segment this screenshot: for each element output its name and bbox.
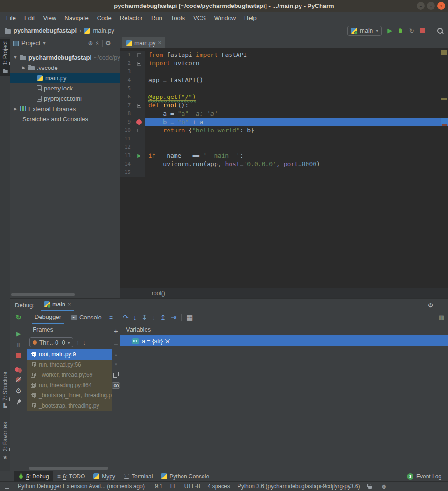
step-over-icon[interactable]: ↷ [123,313,129,322]
debug-settings-gear-icon[interactable]: ⚙ [15,387,21,394]
maximize-window-icon[interactable]: ▫ [427,2,435,10]
code-line-6[interactable]: 6@app.get("/") [120,93,448,101]
code-line-12[interactable]: 12 [120,143,448,152]
menu-item-file[interactable]: File [2,12,20,24]
tab-debugger[interactable]: Debugger [32,311,64,324]
rerun-icon[interactable]: ↻ [15,313,21,322]
fold-start-icon[interactable] [137,104,141,108]
code-line-5[interactable]: 5 [120,84,448,93]
tab-console[interactable]: Console [69,311,105,324]
code-line-10[interactable]: 10 return {"hello world": b} [120,126,448,135]
duplicate-watch-icon[interactable] [113,372,119,377]
gear-icon[interactable]: ⚙ [428,302,434,309]
chevron-down-icon[interactable]: ▾ [43,41,45,46]
close-tab-icon[interactable]: × [158,40,161,46]
locate-file-icon[interactable]: ⊕ [88,40,93,47]
horizontal-scrollbar[interactable] [29,467,108,470]
menu-item-run[interactable]: Run [147,12,167,24]
fold-start-icon[interactable] [137,62,141,66]
hide-panel-icon[interactable]: − [113,40,117,47]
menu-item-tools[interactable]: Tools [167,12,189,24]
run-button[interactable]: ▶ [387,28,392,34]
collapse-all-icon[interactable]: « [94,41,101,45]
breadcrumb-project[interactable]: pycharmdebugfastapi [14,27,77,34]
fold-end-icon[interactable] [137,129,141,132]
frame-row[interactable]: _bootstrap, threading.py [27,401,112,411]
search-everywhere-icon[interactable] [437,28,443,34]
inspection-status-marker[interactable] [441,50,447,55]
tree-item-pyproject-toml[interactable]: pyproject.toml [10,93,120,104]
fold-start-icon[interactable] [137,53,141,57]
sidebar-item-favorites[interactable]: 2: Favorites ★ [0,420,10,463]
toolwindow-tab-5-debug[interactable]: 5: Debug [14,471,53,482]
tree-item-vscode[interactable]: ▶.vscode [10,62,120,73]
previous-frame-icon[interactable]: ↑ [77,339,80,346]
step-into-icon[interactable]: ↓ [133,313,137,321]
frame-row[interactable]: _bootstrap_inner, threading.py [27,390,112,401]
menu-item-refactor[interactable]: Refactor [116,12,147,24]
current-line-scroll-marker[interactable] [441,118,448,124]
frame-row[interactable]: run, threading.py:864 [27,380,112,390]
evaluate-expression-icon[interactable]: ▦ [186,313,193,322]
menu-item-view[interactable]: View [39,12,60,24]
tree-item-pycharmdebugfastapi[interactable]: ▼pycharmdebugfastapi ~/code/pycharmdebug… [10,52,120,62]
code-line-2[interactable]: 2import uvicorn [120,59,448,68]
resume-program-icon[interactable]: ▶ [16,331,21,337]
tree-item-poetry-lock[interactable]: poetry.lock [10,83,120,93]
pause-icon[interactable]: ‖ [17,341,20,348]
breakpoint-scroll-marker[interactable] [442,124,447,126]
minimize-window-icon[interactable]: – [417,2,425,10]
coverage-button[interactable]: ↻ [409,28,414,34]
thread-dropdown[interactable]: Thr...-0_0 ▾ [29,337,73,347]
code-line-9[interactable]: 9 b = "b" + a [120,118,448,126]
menu-item-window[interactable]: Window [210,12,240,24]
frame-row[interactable]: run, thread.py:56 [27,360,112,370]
code-line-13[interactable]: 13▶if __name__ == '__main__': [120,152,448,160]
mute-breakpoints-icon[interactable] [15,377,22,383]
view-breakpoints-icon[interactable] [15,367,22,373]
code-line-14[interactable]: 14 uvicorn.run(app, host='0.0.0.0', port… [120,160,448,168]
warning-stripe-marker[interactable] [441,98,447,100]
force-step-into-icon[interactable]: ↓ [152,313,156,321]
hector-inspector-icon[interactable]: ☻ [380,483,387,490]
breadcrumb-file[interactable]: main.py [93,27,114,34]
lock-icon[interactable] [367,484,373,489]
status-item[interactable]: Python 3.6 (pycharmdebugfastapi-9cdjtyrg… [238,483,360,490]
debug-button[interactable] [398,28,403,34]
close-session-icon[interactable]: × [68,301,71,308]
code-line-7[interactable]: 7def root(): [120,101,448,110]
variable-row[interactable]: 01a = {str} 'a' [120,335,448,346]
tree-item-scratches-and-consoles[interactable]: Scratches and Consoles [10,114,120,124]
code-line-11[interactable]: 11 [120,135,448,143]
menu-item-navigate[interactable]: Navigate [60,12,92,24]
menu-item-code[interactable]: Code [93,12,116,24]
code-line-3[interactable]: 3 [120,68,448,76]
status-message[interactable]: Python Debugger Extension Avail... (mome… [18,483,145,490]
tree-collapsed-icon[interactable]: ▶ [21,65,26,70]
move-watch-down-icon[interactable]: ▼ [114,362,118,367]
breakpoint-icon[interactable] [136,119,142,125]
code-line-4[interactable]: 4app = FastAPI() [120,76,448,84]
tree-item-external-libraries[interactable]: ▶External Libraries [10,104,120,114]
menu-item-vcs[interactable]: VCS [189,12,210,24]
gear-icon[interactable]: ⚙ [105,40,111,47]
code-line-15[interactable]: 15 [120,168,448,177]
step-into-my-code-icon[interactable]: ↧ [141,313,147,322]
frame-row[interactable]: root, main.py:9 [27,349,112,360]
stop-button[interactable] [420,28,425,33]
toolwindow-tab-python-console[interactable]: Python Console [157,471,213,482]
restore-layout-icon[interactable]: ▥ [439,314,444,321]
hide-panel-icon[interactable]: − [440,302,443,309]
event-log-button[interactable]: 3Event Log [407,473,441,480]
horizontal-scrollbar[interactable] [11,293,75,296]
run-to-cursor-icon[interactable]: ⇥ [171,313,177,322]
menu-item-edit[interactable]: Edit [20,12,39,24]
add-watch-icon[interactable]: + [114,327,118,335]
tab-main-py[interactable]: main.py × [122,37,165,48]
toolwindow-tab-terminal[interactable]: Terminal [119,471,157,482]
status-item[interactable]: 4 spaces [208,483,230,490]
tree-expanded-icon[interactable]: ▼ [13,55,18,60]
sidebar-item-project[interactable]: 1: Project [0,39,10,76]
sidebar-item-structure[interactable]: 7: Structure ▙ [0,369,10,410]
run-config-selector[interactable]: main ▾ [347,26,382,36]
